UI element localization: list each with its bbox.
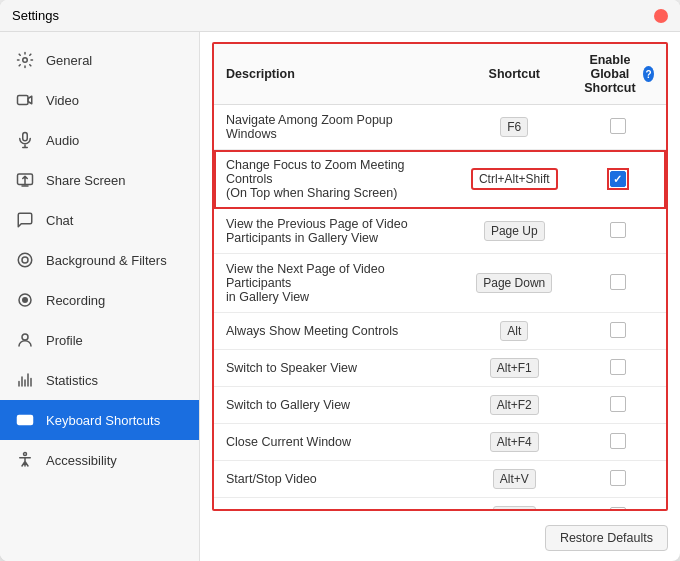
shortcut-badge: Alt [500, 321, 528, 341]
sidebar-item-general[interactable]: General [0, 40, 199, 80]
shortcut-badge: Ctrl+Alt+Shift [471, 168, 558, 190]
sidebar-item-statistics[interactable]: Statistics [0, 360, 199, 400]
sidebar-label-statistics: Statistics [46, 373, 98, 388]
checkbox-highlight-wrap [607, 168, 629, 190]
row-description: Change Focus to Zoom Meeting Controls (O… [214, 150, 459, 209]
row-shortcut: F6 [459, 105, 570, 150]
restore-defaults-button[interactable]: Restore Defaults [545, 525, 668, 551]
enable-global-checkbox[interactable] [610, 359, 626, 375]
recording-icon [14, 289, 36, 311]
shortcut-badge: Alt+F2 [490, 395, 539, 415]
shortcut-badge: Alt+A [493, 506, 536, 511]
sidebar-item-video[interactable]: Video [0, 80, 199, 120]
table-row: View the Previous Page of Video Particip… [214, 209, 666, 254]
window-title: Settings [12, 8, 59, 23]
table-row: Change Focus to Zoom Meeting Controls (O… [214, 150, 666, 209]
row-shortcut: Alt [459, 313, 570, 350]
share-screen-icon [14, 169, 36, 191]
shortcut-badge: Alt+F1 [490, 358, 539, 378]
svg-rect-1 [18, 96, 29, 105]
sidebar-item-background-filters[interactable]: Background & Filters [0, 240, 199, 280]
enable-global-checkbox[interactable] [610, 222, 626, 238]
enable-global-checkbox[interactable] [610, 433, 626, 449]
col-description: Description [214, 44, 459, 105]
enable-global-checkbox[interactable] [610, 396, 626, 412]
help-icon[interactable]: ? [643, 66, 654, 82]
row-checkbox-cell [570, 105, 666, 150]
row-description: Always Show Meeting Controls [214, 313, 459, 350]
row-shortcut: Alt+A [459, 498, 570, 512]
table-row: View the Next Page of Video Participants… [214, 254, 666, 313]
row-checkbox-cell [570, 209, 666, 254]
main-layout: General Video Audio Share [0, 32, 680, 561]
row-checkbox-cell [570, 313, 666, 350]
table-row: Switch to Gallery ViewAlt+F2 [214, 387, 666, 424]
row-checkbox-cell [570, 350, 666, 387]
sidebar-item-keyboard-shortcuts[interactable]: Keyboard Shortcuts [0, 400, 199, 440]
row-description: Navigate Among Zoom Popup Windows [214, 105, 459, 150]
table-row: Always Show Meeting ControlsAlt [214, 313, 666, 350]
svg-point-10 [24, 453, 27, 456]
shortcut-badge: Alt+V [493, 469, 536, 489]
svg-point-7 [22, 297, 28, 303]
chat-icon [14, 209, 36, 231]
accessibility-icon [14, 449, 36, 471]
enable-global-checkbox[interactable] [610, 322, 626, 338]
svg-point-0 [23, 58, 28, 63]
enable-global-header: Enable GlobalShortcut ? [582, 53, 654, 95]
sidebar-item-share-screen[interactable]: Share Screen [0, 160, 199, 200]
table-row: Close Current WindowAlt+F4 [214, 424, 666, 461]
row-description: Close Current Window [214, 424, 459, 461]
statistics-icon [14, 369, 36, 391]
video-icon [14, 89, 36, 111]
shortcuts-table-container: Description Shortcut Enable GlobalShortc… [212, 42, 668, 511]
svg-point-4 [18, 253, 32, 267]
enable-global-checkbox[interactable] [610, 118, 626, 134]
table-header-row: Description Shortcut Enable GlobalShortc… [214, 44, 666, 105]
row-checkbox-cell [570, 461, 666, 498]
sidebar-item-accessibility[interactable]: Accessibility [0, 440, 199, 480]
row-description: Start/Stop Video [214, 461, 459, 498]
close-button[interactable]: × [654, 9, 668, 23]
titlebar: Settings × [0, 0, 680, 32]
row-shortcut: Alt+F1 [459, 350, 570, 387]
sidebar-item-recording[interactable]: Recording [0, 280, 199, 320]
enable-global-checkbox[interactable] [610, 470, 626, 486]
sidebar-label-keyboard-shortcuts: Keyboard Shortcuts [46, 413, 160, 428]
enable-global-label: Enable GlobalShortcut [582, 53, 639, 95]
row-checkbox-cell [570, 254, 666, 313]
col-enable-global: Enable GlobalShortcut ? [570, 44, 666, 105]
table-row: Switch to Speaker ViewAlt+F1 [214, 350, 666, 387]
sidebar-item-profile[interactable]: Profile [0, 320, 199, 360]
sidebar-label-general: General [46, 53, 92, 68]
sidebar-item-chat[interactable]: Chat [0, 200, 199, 240]
sidebar-label-video: Video [46, 93, 79, 108]
row-description: Switch to Speaker View [214, 350, 459, 387]
shortcut-badge: Alt+F4 [490, 432, 539, 452]
svg-point-8 [22, 334, 28, 340]
row-checkbox-cell [570, 387, 666, 424]
sidebar-label-chat: Chat [46, 213, 73, 228]
enable-global-checkbox[interactable] [610, 274, 626, 290]
audio-icon [14, 129, 36, 151]
shortcut-badge: F6 [500, 117, 528, 137]
table-row: Mute/Unmute My AudioAlt+A [214, 498, 666, 512]
keyboard-icon [14, 409, 36, 431]
background-icon [14, 249, 36, 271]
row-shortcut: Ctrl+Alt+Shift [459, 150, 570, 209]
row-checkbox-cell [570, 150, 666, 209]
shortcuts-table: Description Shortcut Enable GlobalShortc… [214, 44, 666, 511]
settings-window: Settings × General Video [0, 0, 680, 561]
sidebar-label-accessibility: Accessibility [46, 453, 117, 468]
row-description: View the Previous Page of Video Particip… [214, 209, 459, 254]
enable-global-checkbox[interactable] [610, 507, 626, 512]
profile-icon [14, 329, 36, 351]
sidebar: General Video Audio Share [0, 32, 200, 561]
sidebar-label-audio: Audio [46, 133, 79, 148]
shortcut-badge: Page Down [476, 273, 552, 293]
sidebar-item-audio[interactable]: Audio [0, 120, 199, 160]
row-checkbox-cell [570, 498, 666, 512]
gear-icon [14, 49, 36, 71]
enable-global-checkbox[interactable] [610, 171, 626, 187]
row-shortcut: Page Down [459, 254, 570, 313]
